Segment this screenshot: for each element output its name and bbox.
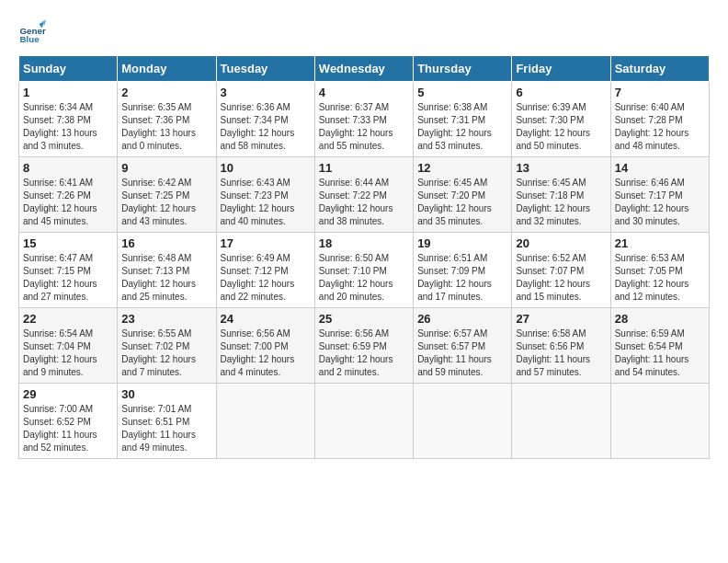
day-number: 3 (221, 86, 311, 99)
calendar-week-row: 15Sunrise: 6:47 AM Sunset: 7:15 PM Dayli… (19, 233, 710, 308)
day-number: 20 (516, 236, 606, 250)
day-number: 18 (319, 236, 409, 250)
calendar-day-cell: 5Sunrise: 6:38 AM Sunset: 7:31 PM Daylig… (414, 82, 512, 157)
day-info: Sunrise: 7:01 AM Sunset: 6:51 PM Dayligh… (121, 403, 211, 454)
calendar-day-cell: 3Sunrise: 6:36 AM Sunset: 7:34 PM Daylig… (216, 82, 314, 157)
calendar-day-cell: 20Sunrise: 6:52 AM Sunset: 7:07 PM Dayli… (512, 233, 610, 308)
calendar-day-cell: 23Sunrise: 6:55 AM Sunset: 7:02 PM Dayli… (118, 308, 216, 384)
day-info: Sunrise: 6:40 AM Sunset: 7:28 PM Dayligh… (615, 101, 705, 153)
calendar-day-cell: 29Sunrise: 7:00 AM Sunset: 6:52 PM Dayli… (19, 384, 118, 459)
weekday-header-cell: Monday (118, 56, 216, 82)
calendar-day-cell: 22Sunrise: 6:54 AM Sunset: 7:04 PM Dayli… (19, 308, 118, 384)
calendar-day-cell (314, 384, 413, 459)
calendar-day-cell: 18Sunrise: 6:50 AM Sunset: 7:10 PM Dayli… (314, 233, 413, 308)
day-number: 28 (615, 312, 705, 326)
calendar-week-row: 8Sunrise: 6:41 AM Sunset: 7:26 PM Daylig… (19, 157, 710, 233)
day-info: Sunrise: 6:50 AM Sunset: 7:10 PM Dayligh… (319, 252, 409, 304)
day-info: Sunrise: 6:53 AM Sunset: 7:05 PM Dayligh… (615, 252, 705, 304)
day-number: 23 (121, 312, 211, 326)
day-info: Sunrise: 6:41 AM Sunset: 7:26 PM Dayligh… (23, 177, 113, 228)
calendar-day-cell (216, 384, 314, 459)
day-number: 10 (221, 161, 311, 175)
day-number: 6 (516, 86, 606, 99)
day-number: 8 (23, 161, 113, 175)
day-info: Sunrise: 7:00 AM Sunset: 6:52 PM Dayligh… (23, 403, 113, 454)
calendar-day-cell: 21Sunrise: 6:53 AM Sunset: 7:05 PM Dayli… (610, 233, 709, 308)
calendar-day-cell: 16Sunrise: 6:48 AM Sunset: 7:13 PM Dayli… (118, 233, 216, 308)
logo-icon: General Blue (18, 18, 46, 46)
calendar-day-cell: 25Sunrise: 6:56 AM Sunset: 6:59 PM Dayli… (314, 308, 413, 384)
day-number: 15 (23, 236, 113, 250)
weekday-header-cell: Sunday (19, 56, 118, 82)
calendar-body: 1Sunrise: 6:34 AM Sunset: 7:38 PM Daylig… (19, 82, 710, 459)
day-number: 16 (121, 236, 211, 250)
calendar-day-cell (414, 384, 512, 459)
calendar-day-cell: 4Sunrise: 6:37 AM Sunset: 7:33 PM Daylig… (314, 82, 413, 157)
day-info: Sunrise: 6:57 AM Sunset: 6:57 PM Dayligh… (417, 327, 507, 379)
day-number: 24 (221, 312, 311, 326)
day-number: 19 (417, 236, 507, 250)
day-number: 5 (417, 86, 507, 99)
day-info: Sunrise: 6:56 AM Sunset: 6:59 PM Dayligh… (319, 327, 409, 379)
weekday-header-cell: Wednesday (314, 56, 413, 82)
page-header: General Blue (18, 18, 710, 46)
calendar-day-cell: 19Sunrise: 6:51 AM Sunset: 7:09 PM Dayli… (414, 233, 512, 308)
svg-text:Blue: Blue (20, 34, 40, 44)
calendar-day-cell: 11Sunrise: 6:44 AM Sunset: 7:22 PM Dayli… (314, 157, 413, 233)
calendar-day-cell: 13Sunrise: 6:45 AM Sunset: 7:18 PM Dayli… (512, 157, 610, 233)
day-info: Sunrise: 6:55 AM Sunset: 7:02 PM Dayligh… (121, 327, 211, 379)
weekday-header-cell: Tuesday (216, 56, 314, 82)
weekday-header-cell: Friday (512, 56, 610, 82)
calendar-day-cell: 9Sunrise: 6:42 AM Sunset: 7:25 PM Daylig… (118, 157, 216, 233)
calendar-day-cell: 17Sunrise: 6:49 AM Sunset: 7:12 PM Dayli… (216, 233, 314, 308)
day-number: 27 (516, 312, 606, 326)
day-number: 13 (516, 161, 606, 175)
weekday-header-cell: Saturday (610, 56, 709, 82)
day-info: Sunrise: 6:36 AM Sunset: 7:34 PM Dayligh… (221, 101, 311, 153)
calendar-day-cell: 12Sunrise: 6:45 AM Sunset: 7:20 PM Dayli… (414, 157, 512, 233)
day-info: Sunrise: 6:56 AM Sunset: 7:00 PM Dayligh… (221, 327, 311, 379)
calendar-day-cell: 15Sunrise: 6:47 AM Sunset: 7:15 PM Dayli… (19, 233, 118, 308)
day-number: 12 (417, 161, 507, 175)
calendar-table: SundayMondayTuesdayWednesdayThursdayFrid… (18, 55, 710, 459)
day-info: Sunrise: 6:45 AM Sunset: 7:18 PM Dayligh… (516, 177, 606, 228)
day-number: 29 (23, 387, 113, 401)
day-number: 1 (23, 86, 113, 99)
day-number: 4 (319, 86, 409, 99)
calendar-day-cell (512, 384, 610, 459)
day-number: 30 (121, 387, 211, 401)
calendar-week-row: 29Sunrise: 7:00 AM Sunset: 6:52 PM Dayli… (19, 384, 710, 459)
calendar-day-cell: 27Sunrise: 6:58 AM Sunset: 6:56 PM Dayli… (512, 308, 610, 384)
calendar-day-cell: 30Sunrise: 7:01 AM Sunset: 6:51 PM Dayli… (118, 384, 216, 459)
day-number: 17 (221, 236, 311, 250)
day-info: Sunrise: 6:51 AM Sunset: 7:09 PM Dayligh… (417, 252, 507, 304)
calendar-week-row: 1Sunrise: 6:34 AM Sunset: 7:38 PM Daylig… (19, 82, 710, 157)
day-number: 2 (121, 86, 211, 99)
day-number: 26 (417, 312, 507, 326)
day-info: Sunrise: 6:38 AM Sunset: 7:31 PM Dayligh… (417, 101, 507, 153)
day-info: Sunrise: 6:46 AM Sunset: 7:17 PM Dayligh… (615, 177, 705, 228)
day-info: Sunrise: 6:44 AM Sunset: 7:22 PM Dayligh… (319, 177, 409, 228)
day-info: Sunrise: 6:52 AM Sunset: 7:07 PM Dayligh… (516, 252, 606, 304)
day-number: 11 (319, 161, 409, 175)
day-info: Sunrise: 6:48 AM Sunset: 7:13 PM Dayligh… (121, 252, 211, 304)
day-info: Sunrise: 6:59 AM Sunset: 6:54 PM Dayligh… (615, 327, 705, 379)
calendar-day-cell: 26Sunrise: 6:57 AM Sunset: 6:57 PM Dayli… (414, 308, 512, 384)
day-number: 9 (121, 161, 211, 175)
day-number: 21 (615, 236, 705, 250)
day-number: 25 (319, 312, 409, 326)
weekday-header-cell: Thursday (414, 56, 512, 82)
day-info: Sunrise: 6:47 AM Sunset: 7:15 PM Dayligh… (23, 252, 113, 304)
calendar-day-cell: 14Sunrise: 6:46 AM Sunset: 7:17 PM Dayli… (610, 157, 709, 233)
day-info: Sunrise: 6:39 AM Sunset: 7:30 PM Dayligh… (516, 101, 606, 153)
calendar-day-cell: 1Sunrise: 6:34 AM Sunset: 7:38 PM Daylig… (19, 82, 118, 157)
calendar-day-cell: 24Sunrise: 6:56 AM Sunset: 7:00 PM Dayli… (216, 308, 314, 384)
day-info: Sunrise: 6:37 AM Sunset: 7:33 PM Dayligh… (319, 101, 409, 153)
logo: General Blue (18, 18, 46, 46)
day-info: Sunrise: 6:58 AM Sunset: 6:56 PM Dayligh… (516, 327, 606, 379)
weekday-header-row: SundayMondayTuesdayWednesdayThursdayFrid… (19, 56, 710, 82)
calendar-day-cell: 2Sunrise: 6:35 AM Sunset: 7:36 PM Daylig… (118, 82, 216, 157)
calendar-day-cell: 10Sunrise: 6:43 AM Sunset: 7:23 PM Dayli… (216, 157, 314, 233)
day-info: Sunrise: 6:54 AM Sunset: 7:04 PM Dayligh… (23, 327, 113, 379)
day-info: Sunrise: 6:42 AM Sunset: 7:25 PM Dayligh… (121, 177, 211, 228)
